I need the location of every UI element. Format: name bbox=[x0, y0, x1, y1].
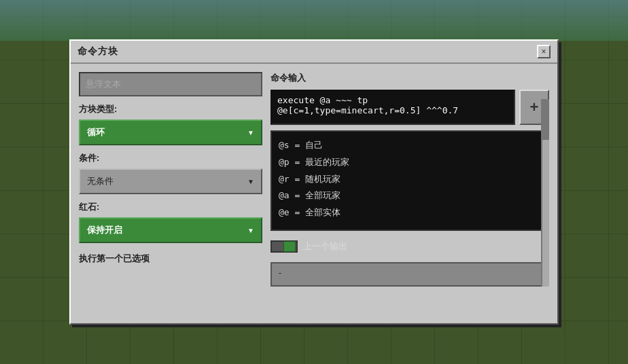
cmd-help-area: @s = 自己 @p = 最近的玩家 @r = 随机玩家 @a = 全部玩家 @… bbox=[271, 130, 549, 231]
left-panel: 悬浮文本 方块类型: 循环 ▼ 条件: 无条件 ▼ bbox=[79, 72, 262, 287]
block-type-value: 循环 bbox=[87, 126, 105, 139]
redstone-dropdown[interactable]: 保持开启 ▼ bbox=[79, 217, 262, 243]
help-row-r: @r = 随机玩家 bbox=[279, 172, 541, 187]
block-type-label: 方块类型: bbox=[79, 103, 262, 115]
help-row-a: @a = 全部玩家 bbox=[279, 189, 541, 203]
block-type-dropdown[interactable]: 循环 ▼ bbox=[79, 120, 262, 145]
redstone-group: 红石: 保持开启 ▼ bbox=[79, 201, 262, 243]
condition-group: 条件: 无条件 ▼ bbox=[79, 152, 262, 194]
cmd-input-field[interactable]: execute @a ~~~ tp @e[c=1,type=minecart,r… bbox=[271, 90, 515, 125]
help-row-e: @e = 全部实体 bbox=[279, 206, 541, 220]
prev-output-label: 上一个输出 bbox=[303, 240, 347, 253]
redstone-arrow-icon: ▼ bbox=[247, 227, 254, 234]
modal-overlay: 命令方块 × 悬浮文本 方块类型: 循环 ▼ bbox=[0, 0, 628, 364]
redstone-label: 红石: bbox=[79, 201, 262, 213]
hover-text-input[interactable]: 悬浮文本 bbox=[79, 72, 262, 96]
cmd-input-label: 命令输入 bbox=[271, 72, 549, 84]
output-area: - bbox=[271, 262, 549, 287]
modal-title: 命令方块 bbox=[77, 46, 118, 58]
execute-first-label: 执行第一个已选项 bbox=[79, 253, 262, 265]
block-type-group: 方块类型: 循环 ▼ bbox=[79, 103, 262, 145]
scrollbar[interactable] bbox=[541, 99, 549, 287]
toggle-switch[interactable] bbox=[271, 240, 298, 253]
cmd-input-line1: execute @a ~~~ tp bbox=[277, 95, 508, 105]
condition-arrow-icon: ▼ bbox=[247, 178, 254, 185]
condition-label: 条件: bbox=[79, 152, 262, 164]
help-row-s: @s = 自己 bbox=[279, 139, 541, 153]
cmd-input-row: execute @a ~~~ tp @e[c=1,type=minecart,r… bbox=[271, 90, 549, 125]
output-value: - bbox=[277, 268, 283, 278]
hover-text-placeholder: 悬浮文本 bbox=[86, 78, 121, 90]
close-button[interactable]: × bbox=[537, 45, 551, 58]
modal-body: 悬浮文本 方块类型: 循环 ▼ 条件: 无条件 ▼ bbox=[71, 64, 557, 295]
help-row-p: @p = 最近的玩家 bbox=[279, 156, 541, 170]
condition-dropdown[interactable]: 无条件 ▼ bbox=[79, 168, 262, 194]
block-type-arrow-icon: ▼ bbox=[247, 129, 254, 136]
cmd-input-line2: @e[c=1,type=minecart,r=0.5] ^^^0.7 bbox=[277, 105, 508, 115]
modal-titlebar: 命令方块 × bbox=[71, 41, 557, 64]
command-block-modal: 命令方块 × 悬浮文本 方块类型: 循环 ▼ bbox=[69, 39, 559, 325]
condition-value: 无条件 bbox=[87, 175, 114, 187]
right-panel: 命令输入 execute @a ~~~ tp @e[c=1,type=minec… bbox=[271, 72, 549, 287]
redstone-value: 保持开启 bbox=[87, 224, 122, 236]
scrollbar-thumb[interactable] bbox=[542, 99, 549, 140]
toggle-row: 上一个输出 bbox=[271, 236, 549, 257]
